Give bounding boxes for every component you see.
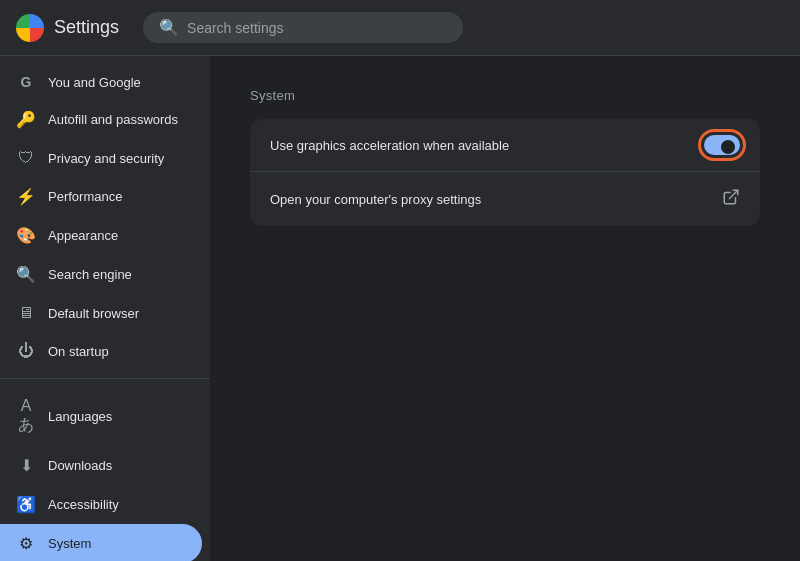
browser-icon: 🖥 (16, 304, 36, 322)
external-link-icon[interactable] (722, 188, 740, 210)
sidebar-label: Languages (48, 409, 112, 424)
sidebar-item-system[interactable]: ⚙ System (0, 524, 202, 561)
content-area: System Use graphics acceleration when av… (210, 56, 800, 561)
sidebar: G You and Google 🔑 Autofill and password… (0, 56, 210, 561)
chrome-logo-icon (16, 14, 44, 42)
sidebar-item-you-and-google[interactable]: G You and Google (0, 64, 202, 100)
sidebar-label: Autofill and passwords (48, 112, 178, 127)
google-icon: G (16, 74, 36, 90)
proxy-settings-label: Open your computer's proxy settings (270, 192, 481, 207)
svg-line-0 (730, 190, 738, 198)
search-engine-icon: 🔍 (16, 265, 36, 284)
section-title: System (250, 88, 760, 103)
sidebar-item-performance[interactable]: ⚡ Performance (0, 177, 202, 216)
sidebar-item-downloads[interactable]: ⬇ Downloads (0, 446, 202, 485)
sidebar-item-accessibility[interactable]: ♿ Accessibility (0, 485, 202, 524)
header: Settings 🔍 (0, 0, 800, 56)
main-layout: G You and Google 🔑 Autofill and password… (0, 56, 800, 561)
key-icon: 🔑 (16, 110, 36, 129)
settings-card: Use graphics acceleration when available… (250, 119, 760, 226)
sidebar-label: Performance (48, 189, 122, 204)
power-icon: ⏻ (16, 342, 36, 360)
download-icon: ⬇ (16, 456, 36, 475)
sidebar-item-appearance[interactable]: 🎨 Appearance (0, 216, 202, 255)
sidebar-item-search-engine[interactable]: 🔍 Search engine (0, 255, 202, 294)
gauge-icon: ⚡ (16, 187, 36, 206)
sidebar-label: Search engine (48, 267, 132, 282)
sidebar-label: System (48, 536, 91, 551)
system-icon: ⚙ (16, 534, 36, 553)
translate-icon: Aあ (16, 397, 36, 436)
sidebar-label: You and Google (48, 75, 141, 90)
appearance-icon: 🎨 (16, 226, 36, 245)
sidebar-item-autofill[interactable]: 🔑 Autofill and passwords (0, 100, 202, 139)
sidebar-label: Privacy and security (48, 151, 164, 166)
shield-icon: 🛡 (16, 149, 36, 167)
proxy-settings-row: Open your computer's proxy settings (250, 172, 760, 226)
search-icon: 🔍 (159, 18, 179, 37)
sidebar-label: Accessibility (48, 497, 119, 512)
sidebar-label: On startup (48, 344, 109, 359)
sidebar-item-on-startup[interactable]: ⏻ On startup (0, 332, 202, 370)
app-title: Settings (54, 17, 119, 38)
sidebar-item-privacy[interactable]: 🛡 Privacy and security (0, 139, 202, 177)
sidebar-divider (0, 378, 210, 379)
accessibility-icon: ♿ (16, 495, 36, 514)
sidebar-item-default-browser[interactable]: 🖥 Default browser (0, 294, 202, 332)
graphics-acceleration-label: Use graphics acceleration when available (270, 138, 509, 153)
toggle-wrapper (704, 135, 740, 155)
search-box[interactable]: 🔍 (143, 12, 463, 43)
sidebar-item-languages[interactable]: Aあ Languages (0, 387, 202, 446)
graphics-acceleration-toggle[interactable] (704, 135, 740, 155)
sidebar-label: Appearance (48, 228, 118, 243)
search-input[interactable] (187, 20, 447, 36)
graphics-acceleration-row: Use graphics acceleration when available (250, 119, 760, 172)
sidebar-label: Default browser (48, 306, 139, 321)
logo: Settings (16, 14, 119, 42)
sidebar-label: Downloads (48, 458, 112, 473)
